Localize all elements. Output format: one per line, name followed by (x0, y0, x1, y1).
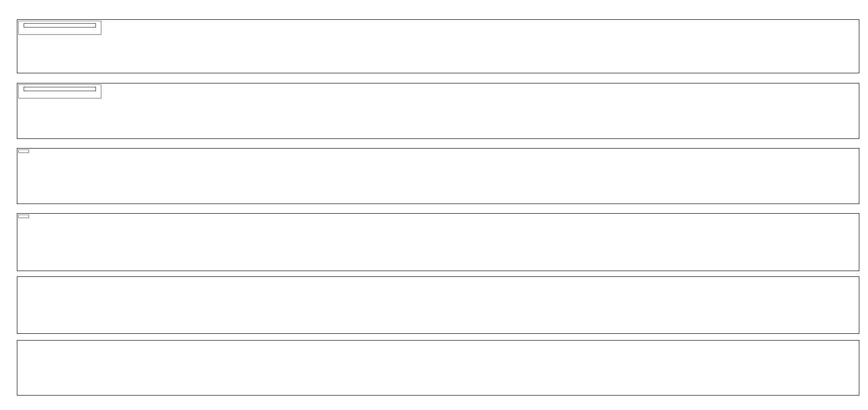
panel-std-absi (17, 213, 859, 271)
u-colorbar-legend (18, 21, 101, 35)
adcp-mooring-figure (0, 0, 868, 410)
v-colorbar (24, 87, 96, 91)
mean-absi-label (18, 150, 29, 153)
u-colorbar (24, 23, 96, 27)
jet-colorbar-gradient (24, 23, 96, 27)
depth-variation-lines (17, 277, 859, 333)
panel-depth-variation (17, 276, 859, 334)
v-velocity-heatmap (17, 83, 859, 138)
panel-temperature (17, 340, 859, 396)
mean-absi-heatmap (17, 149, 859, 204)
x-axis-date-labels (17, 397, 859, 409)
std-absi-label (18, 215, 29, 218)
panel-mean-absi (17, 148, 859, 204)
std-absi-heatmap (17, 214, 859, 271)
u-velocity-heatmap (17, 20, 859, 73)
panel-u-velocity (17, 19, 859, 73)
jet-colorbar-gradient (24, 87, 96, 91)
temperature-line-chart (17, 341, 859, 395)
v-colorbar-legend (18, 84, 101, 98)
panel-v-velocity (17, 83, 859, 139)
